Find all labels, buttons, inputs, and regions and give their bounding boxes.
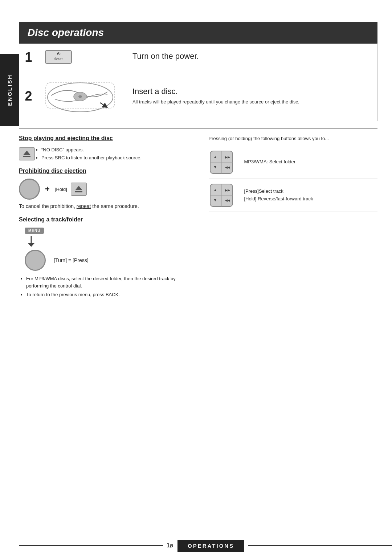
step-image-1: ⏻ ⏻/ATT	[38, 44, 125, 71]
prohibit-section: Prohibiting disc ejection + [Hold]	[19, 168, 188, 209]
svg-text:⏻/ATT: ⏻/ATT	[54, 57, 63, 61]
svg-marker-11	[75, 186, 82, 190]
svg-text:⏻: ⏻	[57, 52, 61, 56]
title-bar: Disc operations	[19, 22, 377, 44]
right-column: Pressing (or holding) the following butt…	[206, 135, 378, 300]
svg-text:◀◀: ◀◀	[225, 166, 230, 169]
svg-text:▼: ▼	[213, 165, 217, 169]
menu-flow: MENU [Turn] = [Press]	[25, 227, 188, 271]
step-desc-2: Insert a disc. All tracks will be played…	[125, 71, 377, 121]
svg-line-6	[100, 103, 106, 106]
stop-section: Stop playing and ejecting the disc “NO D…	[19, 135, 188, 162]
svg-point-5	[78, 95, 82, 98]
step-heading-1: Turn on the power.	[132, 52, 370, 61]
svg-text:▶▶: ▶▶	[225, 155, 230, 159]
svg-text:▼: ▼	[213, 198, 217, 202]
step-desc-1: Turn on the power.	[125, 44, 377, 71]
dial-circle-icon	[19, 179, 40, 200]
page: ENGLISH Disc operations 1 ⏻ ⏻/ATT	[0, 0, 392, 555]
eject-icon	[19, 147, 35, 160]
dial-turn-press: [Turn] = [Press]	[25, 250, 188, 271]
stop-bullet-list: “NO DISC” appears. Press SRC to listen t…	[41, 146, 142, 162]
power-button-icon: ⏻ ⏻/ATT	[44, 49, 73, 65]
step-number-2: 2	[19, 71, 38, 121]
prohibit-icon-row: + [Hold]	[19, 179, 188, 200]
prohibit-heading: Prohibiting disc ejection	[19, 168, 188, 174]
page-title: Disc operations	[28, 27, 369, 38]
arrow-down-icon	[25, 235, 38, 248]
turn-press-label: [Turn] = [Press]	[54, 257, 89, 263]
nav-desc-2-line2: [Hold] Reverse/fast-forward track	[244, 195, 313, 203]
footer-page-num: 1Ø	[167, 542, 173, 549]
stop-heading: Stop playing and ejecting the disc	[19, 135, 188, 142]
nav-desc-2-line1: [Press]Select track	[244, 188, 313, 195]
pressing-text: Pressing (or holding) the following butt…	[209, 135, 378, 142]
footer-line-left	[19, 545, 163, 546]
nav-desc-1: MP3/WMA: Select folder	[244, 158, 296, 166]
stop-icon-row: “NO DISC” appears. Press SRC to listen t…	[19, 146, 188, 162]
step-description-2: All tracks will be played repeatedly unt…	[132, 98, 370, 106]
svg-text:▲: ▲	[213, 155, 217, 159]
svg-marker-9	[23, 151, 30, 155]
eject-symbol	[22, 149, 32, 159]
main-content: Disc operations 1 ⏻ ⏻/ATT Turn on the po…	[19, 22, 377, 533]
svg-text:▲: ▲	[213, 188, 217, 192]
footer-operations-label: OPERATIONS	[177, 540, 244, 552]
selecting-bullet-1: For MP3/WMA discs, select the desired fo…	[26, 275, 188, 289]
two-col-section: Stop playing and ejecting the disc “NO D…	[19, 135, 377, 300]
svg-marker-14	[28, 243, 34, 247]
disc-insert-icon	[44, 76, 117, 115]
steps-table: 1 ⏻ ⏻/ATT Turn on the power. 2	[19, 44, 377, 121]
nav-button-1: ▲ ▶▶ ▼ ◀◀	[209, 150, 234, 175]
plus-sign: +	[45, 184, 50, 194]
nav-desc-2: [Press]Select track [Hold] Reverse/fast-…	[244, 188, 313, 203]
cancel-text: To cancel the prohibition, repeat the sa…	[19, 203, 188, 209]
selecting-bullets: For MP3/WMA discs, select the desired fo…	[19, 275, 188, 298]
nav-btn-row-1: ▲ ▶▶ ▼ ◀◀ MP3/WMA: Select fo	[209, 146, 378, 179]
selecting-heading: Selecting a track/folder	[19, 216, 188, 223]
nav-desc-1-text: MP3/WMA: Select folder	[244, 159, 296, 164]
step-image-2	[38, 71, 125, 121]
sidebar-english: ENGLISH	[0, 54, 19, 126]
selecting-bullet-2: To return to the previous menu, press BA…	[26, 291, 188, 298]
stop-bullet-2: Press SRC to listen to another playback …	[41, 154, 142, 162]
svg-rect-10	[23, 156, 30, 157]
svg-text:◀◀: ◀◀	[225, 199, 230, 202]
sidebar-label: ENGLISH	[7, 74, 13, 106]
eject-icon-2	[71, 183, 87, 196]
svg-text:▶▶: ▶▶	[225, 188, 230, 192]
nav-button-2: ▲ ▶▶ ▼ ◀◀	[209, 183, 234, 208]
footer-line-right	[248, 545, 392, 546]
dial-circle-select	[25, 250, 46, 271]
nav-btn-row-2: ▲ ▶▶ ▼ ◀◀ [Press]Select track [Hold] Rev…	[209, 179, 378, 212]
left-column: Stop playing and ejecting the disc “NO D…	[19, 135, 197, 300]
footer-bar: 1Ø OPERATIONS	[19, 536, 392, 555]
hold-label: [Hold]	[55, 187, 67, 192]
step-number-1: 1	[19, 44, 38, 71]
menu-button-label: MENU	[25, 228, 44, 234]
selecting-section: Selecting a track/folder MENU	[19, 216, 188, 298]
svg-rect-12	[75, 191, 82, 192]
eject-symbol-2	[74, 184, 84, 194]
step-heading-2: Insert a disc.	[132, 87, 370, 96]
step-row-2: 2	[19, 71, 377, 121]
main-divider	[19, 128, 377, 128]
step-row-1: 1 ⏻ ⏻/ATT Turn on the power.	[19, 44, 377, 71]
stop-bullet-1: “NO DISC” appears.	[41, 146, 142, 154]
